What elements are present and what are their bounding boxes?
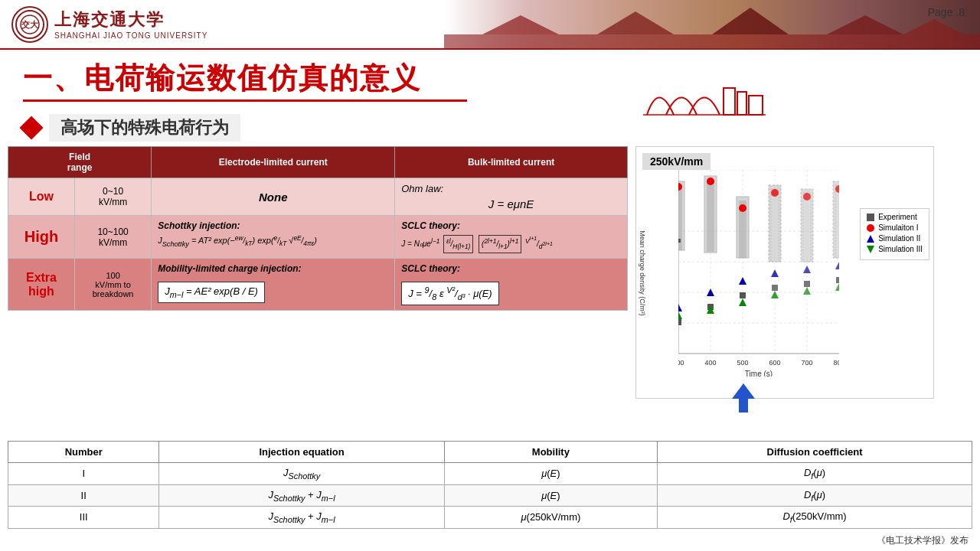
svg-marker-53 — [739, 277, 746, 285]
bottom-cell-diffusion-II: Df(μ) — [658, 484, 972, 507]
university-chinese: 上海交通大学 — [54, 8, 207, 31]
field-range-high: 10~100kV/mm — [74, 216, 151, 259]
svg-point-52 — [739, 204, 746, 212]
chart-container: 250kV/mm Mean charge density (C/m³) — [635, 146, 934, 399]
svg-rect-9 — [724, 88, 735, 115]
bottom-col-injection: Injection equation — [159, 442, 444, 463]
svg-marker-59 — [771, 269, 779, 277]
svg-marker-72 — [835, 283, 839, 291]
bottom-table-container: Number Injection equation Mobility Diffu… — [0, 437, 980, 533]
bottom-row-II: II JSchottky + Jm−l μ(E) Df(μ) — [8, 484, 972, 507]
main-title: 一、电荷输运数值仿真的意义 — [23, 59, 957, 98]
table-row-extrahigh: Extrahigh 100kV/mm tobreakdown Mobility-… — [8, 259, 628, 311]
col-header-field: Fieldrange — [8, 147, 152, 178]
svg-text:600: 600 — [769, 359, 780, 367]
svg-marker-41 — [678, 311, 682, 319]
arch-decoration — [643, 77, 766, 119]
svg-rect-69 — [836, 277, 839, 283]
bulk-extrahigh: SCLC theory: J = 9/8 ε V²/d³ · μ(E) — [395, 259, 628, 311]
svg-text:300: 300 — [678, 359, 684, 367]
chart-area: 250kV/mm Mean charge density (C/m³) — [635, 146, 972, 433]
svg-marker-60 — [771, 291, 779, 298]
svg-text:Time (s): Time (s) — [745, 370, 773, 377]
legend-experiment: Experiment — [867, 213, 923, 221]
svg-marker-7 — [827, 15, 903, 34]
field-label-low: Low — [8, 178, 75, 216]
bottom-cell-number-III: III — [8, 507, 159, 529]
svg-point-45 — [707, 178, 714, 185]
field-label-extrahigh: Extrahigh — [8, 259, 75, 311]
svg-rect-10 — [737, 92, 746, 115]
formula-box-bulk: J = 9/8 ε V²/d³ · μ(E) — [401, 282, 498, 305]
bottom-cell-diffusion-I: Df(μ) — [658, 463, 972, 485]
university-english: SHANGHAI JIAO TONG UNIVERSITY — [54, 31, 207, 40]
sub-heading-area: 高场下的特殊电荷行为 — [0, 108, 980, 146]
bottom-cell-injection-II: JSchottky + Jm−l — [159, 484, 444, 507]
bottom-cell-injection-III: JSchottky + Jm−l — [159, 507, 444, 529]
bulk-high: SCLC theory: J = N₀μel−1 εl/H(l+1) (2l+1… — [395, 216, 628, 259]
table-row-low: Low 0~10kV/mm None Ohm law: J = eμnE — [8, 178, 628, 216]
bottom-col-mobility: Mobility — [444, 442, 657, 463]
chart-legend: Experiment Simulaiton I Simulation II Si… — [860, 208, 929, 260]
electrode-high: Schottky injection: JSchottky = AT² exp(… — [152, 216, 395, 259]
svg-marker-4 — [482, 15, 559, 34]
bottom-row-III: III JSchottky + Jm−l μ(250kV/mm) Df(250k… — [8, 507, 972, 529]
chart-arrow — [728, 383, 759, 417]
page-number: Page .8 — [928, 6, 965, 18]
chart-svg: 6.0 5.0 4.0 3.0 ×10⁻³ 300 400 500 600 70… — [678, 170, 839, 377]
svg-rect-57 — [772, 285, 778, 291]
svg-marker-74 — [732, 383, 755, 399]
y-axis-label: Mean charge density (C/m³) — [638, 229, 646, 316]
legend-sim3: Simulation III — [867, 245, 923, 253]
svg-rect-43 — [707, 179, 714, 252]
svg-rect-75 — [739, 399, 748, 412]
logo-area: 交大 上海交通大学 SHANGHAI JIAO TONG UNIVERSITY — [0, 6, 207, 43]
svg-rect-38 — [678, 319, 681, 325]
svg-marker-54 — [739, 298, 746, 306]
bottom-cell-mobility-I: μ(E) — [444, 463, 657, 485]
svg-marker-40 — [678, 304, 682, 311]
svg-marker-71 — [835, 262, 839, 269]
svg-text:800: 800 — [833, 359, 839, 367]
bottom-cell-number-II: II — [8, 484, 159, 507]
field-range-low: 0~10kV/mm — [74, 178, 151, 216]
field-range-extrahigh: 100kV/mm tobreakdown — [74, 259, 151, 311]
svg-rect-11 — [749, 96, 763, 115]
title-area: 一、电荷输运数值仿真的意义 — [0, 50, 980, 108]
title-underline — [23, 99, 467, 102]
main-table: Fieldrange Electrode-limited current Bul… — [8, 146, 628, 311]
bottom-cell-diffusion-III: Df(250kV/mm) — [658, 507, 972, 529]
svg-text:400: 400 — [704, 359, 716, 367]
svg-marker-5 — [597, 11, 674, 34]
svg-rect-63 — [804, 281, 810, 287]
svg-marker-66 — [803, 287, 811, 295]
table-row-high: High 10~100kV/mm Schottky injection: JSc… — [8, 216, 628, 259]
svg-rect-37 — [678, 239, 681, 243]
svg-marker-65 — [803, 266, 811, 273]
electrode-low: None — [152, 178, 395, 216]
bottom-row-I: I JSchottky μ(E) Df(μ) — [8, 463, 972, 485]
electrode-extrahigh: Mobility-limited charge injection: Jm−l … — [152, 259, 395, 311]
svg-point-58 — [771, 189, 779, 197]
diamond-icon — [19, 116, 43, 139]
bottom-cell-injection-I: JSchottky — [159, 463, 444, 485]
footer: 《电工技术学报》发布 — [877, 534, 969, 547]
svg-rect-56 — [771, 189, 779, 262]
svg-marker-8 — [903, 19, 965, 34]
legend-sim1: Simulaiton I — [867, 223, 923, 232]
svg-text:交大: 交大 — [21, 20, 39, 29]
formula-box-electrode: Jm−l = AE² exp(B / E) — [158, 282, 265, 303]
bottom-col-number: Number — [8, 442, 159, 463]
bottom-table: Number Injection equation Mobility Diffu… — [8, 441, 972, 529]
svg-text:700: 700 — [801, 359, 812, 367]
col-header-electrode: Electrode-limited current — [152, 147, 395, 178]
svg-text:500: 500 — [737, 359, 748, 367]
bulk-low: Ohm law: J = eμnE — [395, 178, 628, 216]
header: 交大 上海交通大学 SHANGHAI JIAO TONG UNIVERSITY … — [0, 0, 980, 50]
svg-rect-62 — [803, 193, 811, 262]
header-decorative-image — [444, 0, 980, 50]
svg-rect-3 — [444, 34, 980, 50]
bottom-cell-mobility-III: μ(250kV/mm) — [444, 507, 657, 529]
svg-marker-6 — [712, 8, 789, 34]
bottom-cell-number-I: I — [8, 463, 159, 485]
